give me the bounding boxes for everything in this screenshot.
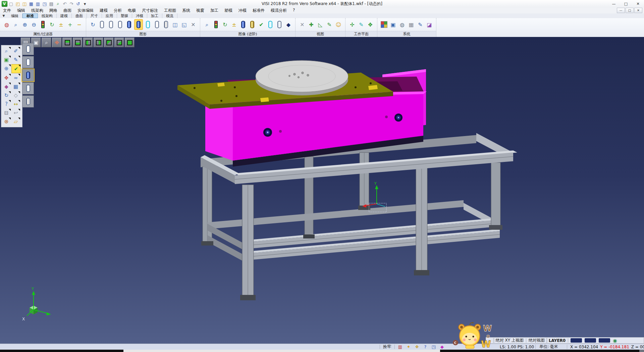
- workplane-axes-icon[interactable]: ✢: [348, 19, 356, 30]
- menu-item-15[interactable]: 塑模: [221, 8, 235, 13]
- advanced-cyl-blue-icon[interactable]: [239, 19, 247, 30]
- quick-access-dropdown-icon[interactable]: ▾: [82, 1, 88, 7]
- view-top-icon[interactable]: [62, 38, 72, 47]
- workplane-align-icon[interactable]: ✥: [366, 19, 374, 30]
- sketch-curve-icon[interactable]: ✎: [11, 55, 20, 64]
- active-layer-label[interactable]: LAYER0: [549, 338, 566, 343]
- menu-item-12[interactable]: 系统: [179, 8, 193, 13]
- new-file-icon[interactable]: ▢: [8, 1, 14, 7]
- view-tools-add-icon[interactable]: ✚: [307, 19, 315, 30]
- status-notes-icon[interactable]: ▥: [397, 344, 403, 350]
- cylinder-outline-2-icon[interactable]: [107, 19, 115, 30]
- toolbar-tab-3[interactable]: 线架构: [38, 13, 57, 18]
- menu-item-13[interactable]: 视窗: [193, 8, 207, 13]
- shade-flat-icon[interactable]: [22, 82, 34, 94]
- undo-icon[interactable]: ↶: [62, 1, 68, 7]
- rotate-axes-icon[interactable]: ✥: [52, 38, 62, 47]
- toolbar-tab-11[interactable]: 模流: [162, 13, 177, 18]
- system-monitor-icon[interactable]: ▣: [389, 19, 397, 30]
- filter-plus-icon[interactable]: +: [66, 19, 74, 30]
- toolbar-tab-9[interactable]: 冲模: [132, 13, 147, 18]
- assembly-model[interactable]: Y Y X: [0, 37, 644, 344]
- open-copy-icon[interactable]: ◫: [21, 1, 28, 7]
- advanced-check-icon[interactable]: ✔: [257, 19, 265, 30]
- filter-faces-icon[interactable]: ⌕: [12, 19, 20, 30]
- print-icon[interactable]: ▤: [48, 1, 54, 7]
- view-iso-icon[interactable]: [125, 38, 135, 47]
- menu-item-4[interactable]: 网格: [46, 8, 60, 13]
- advanced-shield-icon[interactable]: ◆: [284, 19, 292, 30]
- view-pencil-icon[interactable]: ✎: [325, 19, 333, 30]
- advanced-plus-minus-icon[interactable]: ±: [230, 19, 238, 30]
- zoom-extents-icon[interactable]: ▣: [2, 55, 11, 64]
- erase-icon[interactable]: ✐: [11, 47, 20, 55]
- model-rotary-disc[interactable]: [256, 60, 348, 95]
- cylinder-shaded-icon[interactable]: [125, 19, 133, 30]
- measure-icon[interactable]: ↔: [11, 100, 20, 108]
- shade-wireframe-icon[interactable]: [22, 43, 34, 55]
- toolbar-tab-8[interactable]: 塑膜: [117, 13, 132, 18]
- zoom-dynamic-icon[interactable]: ⌕: [2, 47, 11, 55]
- save-as-icon[interactable]: ▥: [35, 1, 41, 7]
- confirm-icon[interactable]: ✔: [11, 64, 21, 73]
- redo-icon[interactable]: ↷: [68, 1, 74, 7]
- globe-icon[interactable]: ◉: [613, 338, 617, 343]
- viewport-canvas[interactable]: Y Y X ▤▣⌕✥ ⌕✐▣✎⊕✔✥≈◆▦↻◇?↔⊟↩⊛▱: [0, 37, 644, 344]
- traffic-light-icon[interactable]: [39, 19, 47, 30]
- spline-icon[interactable]: ≈: [11, 74, 20, 82]
- solid-cube-icon[interactable]: ◇: [11, 91, 20, 99]
- cylinder-outline-3-icon[interactable]: [116, 19, 124, 30]
- view-ruler-icon[interactable]: ◺: [316, 19, 324, 30]
- zoom-plus-icon[interactable]: ⊕: [2, 64, 11, 73]
- cylinder-outline-1-icon[interactable]: [98, 19, 106, 30]
- menu-item-11[interactable]: 工程图: [161, 8, 179, 13]
- cylinder-transparent-icon[interactable]: [144, 19, 152, 30]
- toolbar-tab-10[interactable]: 加工: [147, 13, 162, 18]
- shade-shaded-icon[interactable]: [22, 69, 34, 81]
- menu-item-5[interactable]: 曲面: [60, 8, 74, 13]
- save-icon[interactable]: ▦: [28, 1, 34, 7]
- shade-hidden-icon[interactable]: [22, 56, 34, 68]
- menu-item-3[interactable]: 线架构: [28, 8, 46, 13]
- tab-dropdown-icon[interactable]: ▼: [0, 13, 7, 18]
- dynamic-pan-icon[interactable]: ✥: [2, 74, 11, 82]
- status-wand-icon[interactable]: ✦: [406, 344, 412, 350]
- menu-item-9[interactable]: 电极: [125, 8, 139, 13]
- doc-minimize-button[interactable]: —: [617, 8, 625, 13]
- system-colors-icon[interactable]: [380, 19, 388, 30]
- filter-plus-minus-icon[interactable]: ±: [57, 19, 65, 30]
- view-bottom-icon[interactable]: [73, 38, 83, 47]
- status-package-icon[interactable]: ◳: [431, 344, 437, 350]
- cylinder-copy-icon[interactable]: ◱: [180, 19, 188, 30]
- absolute-view-label[interactable]: 绝对视图: [529, 338, 545, 343]
- filter-minus-icon[interactable]: −: [75, 19, 83, 30]
- menu-item-16[interactable]: 冲模: [235, 8, 250, 13]
- shade-transparent-icon[interactable]: [22, 95, 34, 107]
- menu-item-1[interactable]: 文件: [0, 8, 14, 13]
- menu-item-19[interactable]: ?: [290, 8, 298, 13]
- view-right-icon[interactable]: [94, 38, 103, 47]
- regenerate-icon[interactable]: ↻: [2, 91, 11, 99]
- filter-bin-icon[interactable]: ◍: [3, 19, 11, 30]
- toolbar-tab-7[interactable]: 应用: [102, 13, 117, 18]
- status-cube-icon[interactable]: ◆: [439, 344, 445, 350]
- units-readout[interactable]: 单位: 毫米: [539, 344, 558, 350]
- taskbar-app-button[interactable]: [123, 349, 440, 352]
- print-preview-icon[interactable]: ⌕: [55, 1, 61, 7]
- menu-item-8[interactable]: 分析: [111, 8, 125, 13]
- save-export-icon[interactable]: ◳: [42, 1, 48, 7]
- menu-item-10[interactable]: 尺寸标注: [139, 8, 161, 13]
- menu-item-14[interactable]: 加工: [207, 8, 221, 13]
- toolbar-tab-5[interactable]: 曲面: [72, 13, 87, 18]
- toolbar-tab-2[interactable]: 标准: [22, 13, 38, 18]
- advanced-cyl-cyan-icon[interactable]: [266, 19, 274, 30]
- close-button[interactable]: ✕: [632, 0, 644, 7]
- doc-restore-button[interactable]: □: [626, 8, 634, 13]
- navigator-icon[interactable]: ⊛: [2, 117, 11, 126]
- view-front-icon[interactable]: [104, 38, 114, 47]
- toolbar-tab-6[interactable]: 尺寸: [87, 13, 102, 18]
- menu-item-7[interactable]: 建模: [97, 8, 111, 13]
- cylinder-box-icon[interactable]: ◫: [171, 19, 179, 30]
- system-globe-icon[interactable]: ◍: [398, 19, 406, 30]
- advanced-recycle-icon[interactable]: ↻: [221, 19, 229, 30]
